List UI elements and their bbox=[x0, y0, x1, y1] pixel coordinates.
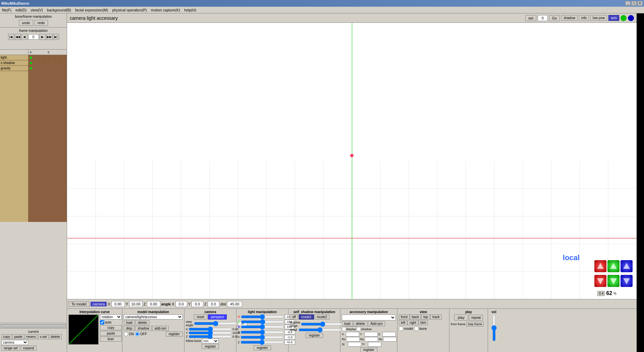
menu-physical[interactable]: physical operation(P) bbox=[110, 7, 149, 13]
info-button[interactable]: info bbox=[579, 15, 589, 21]
view-right-button[interactable]: right bbox=[408, 320, 418, 325]
camera-register-button[interactable]: register bbox=[202, 344, 219, 349]
light-x-slider[interactable] bbox=[240, 331, 284, 334]
delete-button[interactable]: delete bbox=[49, 334, 62, 339]
ax-input[interactable] bbox=[175, 301, 187, 307]
model-delete-button[interactable]: delete bbox=[136, 320, 149, 325]
acc-register-button[interactable]: register bbox=[360, 347, 377, 352]
bone-checkbox[interactable] bbox=[414, 327, 419, 331]
acc-x-input[interactable] bbox=[346, 332, 359, 337]
close-button[interactable]: ✕ bbox=[637, 1, 643, 6]
shadow-button[interactable]: shadow bbox=[561, 15, 577, 21]
shadow-off-button[interactable]: off bbox=[290, 314, 298, 319]
menu-motion[interactable]: motion capture(K) bbox=[149, 7, 182, 13]
light-y-slider[interactable] bbox=[240, 336, 284, 339]
view-front-button[interactable]: front bbox=[399, 314, 410, 319]
menu-edit[interactable]: edit(D) bbox=[13, 7, 29, 13]
expand-button[interactable]: expand bbox=[21, 346, 37, 351]
minimize-button[interactable]: _ bbox=[625, 1, 631, 6]
model-addsyn-button[interactable]: add-syn bbox=[152, 326, 169, 331]
shadow-mode2-button[interactable]: mode2 bbox=[315, 314, 330, 319]
model-register-button[interactable]: register bbox=[166, 332, 183, 337]
lowpow-button[interactable]: low pow bbox=[590, 15, 607, 21]
to-model-button[interactable]: To model bbox=[68, 301, 90, 307]
menu-facial[interactable]: facial expression(M) bbox=[73, 7, 110, 13]
view-btm-button[interactable]: btm bbox=[419, 320, 428, 325]
paste-button[interactable]: paste bbox=[12, 334, 24, 339]
play-button[interactable]: play bbox=[454, 314, 468, 320]
redo-button[interactable]: redo bbox=[35, 20, 48, 26]
frame-prev-button[interactable]: ◀ bbox=[21, 34, 28, 40]
model-shadow-button[interactable]: shadow bbox=[135, 326, 151, 331]
view-left-button[interactable]: left bbox=[399, 320, 407, 325]
frame-first-button[interactable]: |◀ bbox=[8, 34, 14, 40]
cam-z-slider[interactable] bbox=[189, 335, 232, 338]
set-button[interactable]: set bbox=[525, 15, 536, 21]
view-top-button[interactable]: top bbox=[421, 314, 430, 319]
view-angle-slider[interactable] bbox=[194, 321, 237, 326]
acc-display-checkbox[interactable] bbox=[342, 327, 346, 331]
copy-button[interactable]: copy bbox=[1, 334, 12, 339]
follow-bone-select[interactable]: non bbox=[202, 339, 219, 343]
acc-rx-input[interactable] bbox=[346, 337, 360, 342]
menu-view[interactable]: view(V) bbox=[29, 7, 45, 13]
acc-rz-input[interactable] bbox=[383, 337, 396, 342]
repeat-button[interactable]: repeat bbox=[469, 315, 483, 320]
frame-set-input[interactable] bbox=[538, 15, 548, 21]
axis-red-bottom[interactable] bbox=[594, 275, 606, 287]
ay-input[interactable] bbox=[192, 301, 203, 307]
acc-load-button[interactable]: load bbox=[342, 321, 353, 326]
camera-reset-button[interactable]: reset bbox=[194, 314, 207, 319]
dist-input[interactable] bbox=[227, 301, 242, 307]
off-radio[interactable] bbox=[135, 332, 140, 336]
camera-persp-button[interactable]: perspect bbox=[208, 314, 227, 319]
interp-paste-button[interactable]: paste bbox=[100, 331, 122, 336]
model-select[interactable]: camera/light/accesso bbox=[124, 314, 183, 319]
acc-y-input[interactable] bbox=[364, 332, 378, 337]
vol-slider[interactable] bbox=[491, 314, 497, 341]
interp-type-select[interactable]: rotation bbox=[100, 314, 122, 319]
axis-button[interactable]: axis bbox=[608, 15, 619, 21]
axis-green-bottom[interactable] bbox=[607, 275, 620, 287]
axis-blue-bottom[interactable] bbox=[621, 275, 633, 287]
shadow-mode1-button[interactable]: mode1 bbox=[299, 314, 314, 319]
on-radio[interactable] bbox=[124, 332, 128, 336]
model-checkbox[interactable] bbox=[399, 327, 403, 331]
acc-si-input[interactable] bbox=[348, 342, 361, 347]
go-button[interactable]: Go bbox=[549, 15, 560, 21]
detail-slider[interactable] bbox=[299, 328, 342, 332]
light-z-slider[interactable] bbox=[240, 341, 284, 344]
camera-select[interactable]: camera bbox=[1, 340, 28, 345]
z-input[interactable] bbox=[147, 301, 160, 307]
light-r-slider[interactable] bbox=[241, 315, 284, 318]
view-back-button[interactable]: back bbox=[410, 314, 421, 319]
axis-green-top[interactable] bbox=[607, 260, 620, 272]
model-disp-button[interactable]: disp bbox=[124, 326, 135, 331]
interp-copy-button[interactable]: copy bbox=[100, 325, 122, 330]
menu-file[interactable]: file(F) bbox=[0, 7, 13, 13]
axis-blue-top[interactable] bbox=[621, 260, 633, 272]
menu-help[interactable]: help(H) bbox=[182, 7, 198, 13]
undo-button[interactable]: undo bbox=[19, 20, 33, 26]
acc-addsyn-button[interactable]: Add-syn bbox=[368, 321, 385, 326]
accessory-select[interactable] bbox=[342, 314, 396, 320]
acc-delete-button[interactable]: delete bbox=[354, 321, 367, 326]
vsel-button[interactable]: v-sel bbox=[38, 334, 48, 339]
acc-tr-input[interactable] bbox=[368, 342, 381, 347]
light-g-slider[interactable] bbox=[241, 320, 284, 324]
model-load-button[interactable]: load bbox=[124, 320, 135, 325]
shadow-register-button[interactable]: register bbox=[306, 333, 323, 338]
view-track-button[interactable]: track bbox=[430, 314, 442, 319]
revers-button[interactable]: revers bbox=[25, 334, 38, 339]
light-b-slider[interactable] bbox=[241, 325, 284, 329]
acc-shadow-checkbox[interactable] bbox=[357, 327, 361, 331]
frame-prev10-button[interactable]: ◀◀ bbox=[15, 34, 21, 40]
timeline-scrollbar[interactable] bbox=[1, 324, 66, 328]
acc-ry-input[interactable] bbox=[365, 337, 378, 342]
light-register-button[interactable]: register bbox=[254, 345, 271, 350]
frame-next10-button[interactable]: ▶▶ bbox=[46, 34, 52, 40]
menu-background[interactable]: background(B) bbox=[45, 7, 73, 13]
x-input[interactable] bbox=[111, 301, 125, 307]
range-sel-button[interactable]: range-sel bbox=[1, 346, 20, 351]
axis-red-top[interactable] bbox=[594, 260, 606, 272]
